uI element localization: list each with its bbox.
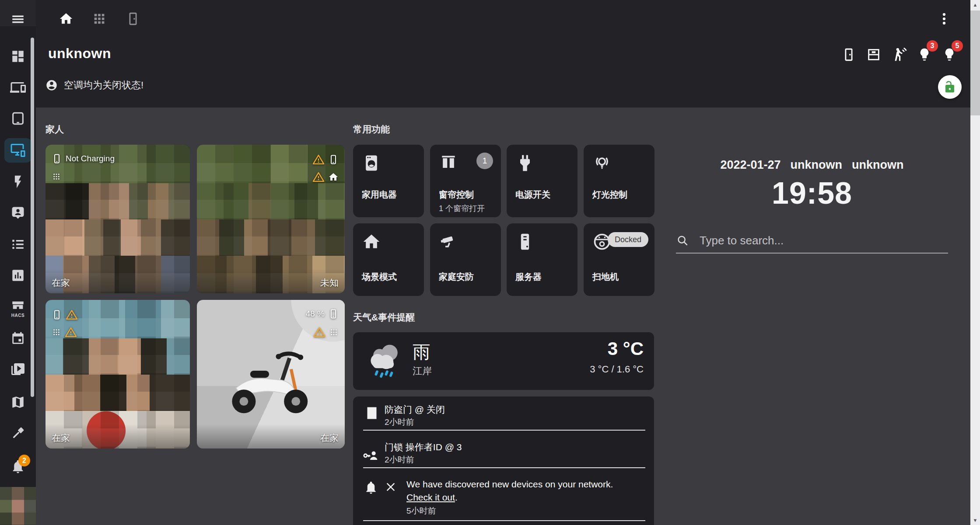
tile-label: 服务器 [515,271,542,283]
tile-lights[interactable]: 灯光控制 [584,145,654,217]
sidebar-item-calendar[interactable] [0,328,36,349]
window-shutter-icon [866,47,881,62]
tile-power-switches[interactable]: 电源开关 [507,145,578,217]
clock-time: 19:58 [676,176,948,211]
home-status [312,171,339,183]
warning-icon [313,326,326,338]
date-value: 2022-01-27 [720,158,780,172]
map-icon [10,395,25,410]
user-avatar[interactable] [0,487,36,525]
tab-home[interactable] [59,11,74,26]
unlock-button[interactable] [938,75,962,99]
door-sensor-button[interactable] [841,47,856,62]
person-card-3[interactable]: 在家 [46,300,190,449]
notification-badge: 2 [18,455,30,466]
event-title: We have discovered new devices on your n… [406,479,613,490]
server-tower-icon [515,232,535,251]
check-it-out-link[interactable]: Check it out [406,492,455,502]
events-card: 防盗门 @ 关闭 2小时前 门锁 操作者ID @ 3 2小时前 We have … [353,396,654,525]
event-time: 2小时前 [385,417,414,428]
person-card-1[interactable]: Not Charging 在家 [46,145,190,293]
hacs-label: HACS [11,313,24,318]
event-time: 2小时前 [385,454,414,466]
tab-apps[interactable] [92,11,107,26]
scroll-up-arrow[interactable]: ▲ [970,0,980,10]
event-time: 5小时前 [406,505,436,517]
window-sensor-button[interactable] [866,47,881,62]
tile-scenes[interactable]: 场景模式 [353,223,424,296]
sidebar-item-person[interactable] [0,202,36,223]
alert-text: 空调均为关闭状态! [64,79,144,92]
overflow-menu-button[interactable] [937,11,952,26]
tile-security[interactable]: 家庭安防 [430,223,501,296]
tile-label: 扫地机 [592,271,619,283]
kebab-icon [937,11,952,26]
tile-curtains[interactable]: 1 窗帘控制 1 个窗帘打开 [430,145,501,217]
scooter-card[interactable]: 48 % 在家 [197,300,345,449]
keypad-status [52,326,77,338]
tile-vacuum[interactable]: Docked 扫地机 [584,223,654,296]
link-suffix: . [455,492,458,502]
page-scrollbar[interactable]: ▲ ▼ [970,0,980,525]
warning-icon [65,326,77,338]
climate-alert: 空调均为关闭状态! [46,79,144,92]
divider [363,467,645,468]
keypad-status [313,326,339,338]
home-assistant-dashboard: unknown 3 5 空调均为关闭状态! [0,0,980,525]
cctv-camera-icon [439,232,458,251]
motion-sensor-button[interactable] [891,46,907,63]
date-row: 2022-01-27 unknown unknown [676,158,948,172]
rain-cloud-icon [365,341,406,381]
vacuum-state-badge: Docked [608,232,648,247]
tile-label: 家庭安防 [439,271,474,283]
hammer-icon [10,426,25,441]
phone-status-text: Not Charging [66,154,115,163]
light-group-a-badge: 3 [927,40,938,52]
door-closed-icon [364,404,380,422]
calendar-icon [10,331,25,346]
door-icon [841,47,856,62]
battery-status: 48 % [306,309,339,319]
sidebar-item-dashboard[interactable] [0,46,36,67]
sidebar-item-tablet[interactable] [0,108,36,129]
divider [363,520,645,521]
presence-label: 在家 [52,432,70,444]
key-account-icon [362,447,380,466]
search-input[interactable] [699,233,948,248]
warning-icon [66,309,78,321]
hamburger-icon [10,12,25,27]
scrollbar-thumb[interactable] [970,10,980,115]
section-title-family: 家人 [46,123,64,136]
sidebar-item-energy[interactable] [0,171,36,192]
menu-button[interactable] [10,12,25,27]
presence-label: 在家 [52,277,70,289]
person-card-2[interactable]: 未知 [197,145,345,293]
sidebar-item-media[interactable] [0,359,36,380]
date-extra-2: unknown [852,158,903,172]
sidebar-item-hacs[interactable]: HACS [0,295,36,322]
section-title-weather-events: 天气&事件提醒 [353,311,415,323]
scroll-down-arrow[interactable]: ▼ [970,515,980,525]
devices-icon [10,80,26,95]
warning-icon [312,153,325,166]
sidebar-item-devices[interactable] [0,77,36,98]
dismiss-notification-button[interactable] [385,481,396,493]
sidebar-item-history[interactable] [0,265,36,286]
tile-server[interactable]: 服务器 [507,223,578,296]
tile-appliances[interactable]: 家用电器 [353,145,424,217]
weather-card[interactable]: 雨 江岸 3 °C 3 °C / 1.6 °C [353,332,654,390]
sidebar-item-list[interactable] [0,234,36,255]
sidebar-item-map[interactable] [0,392,36,413]
sidebar-item-monitor-cellphone[interactable] [0,140,36,161]
sidebar-item-developer-tools[interactable] [0,423,36,444]
power-plug-icon [515,153,535,173]
tile-sublabel: 1 个窗帘打开 [439,203,485,214]
sidebar-item-notifications[interactable] [0,456,36,477]
home-icon [362,232,381,251]
curtain-icon [439,153,458,173]
phone-status [312,153,339,166]
tab-door[interactable] [126,11,140,26]
search-icon [676,234,689,247]
divider [363,430,645,431]
date-extra-1: unknown [791,158,842,172]
